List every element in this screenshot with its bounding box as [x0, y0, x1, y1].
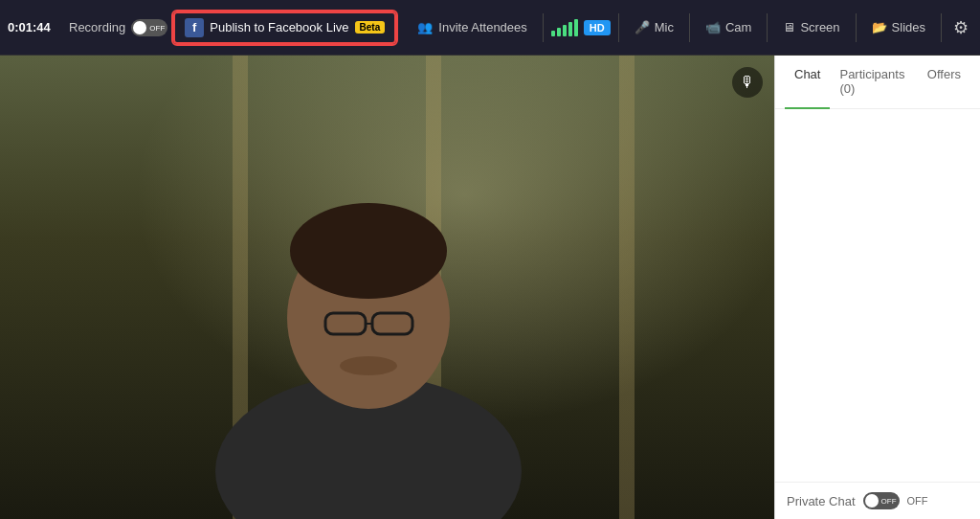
mic-label: Mic: [655, 20, 674, 34]
tab-chat-label: Chat: [794, 67, 820, 81]
tab-offers-label: Offers: [927, 67, 961, 81]
chat-content: [775, 109, 980, 482]
private-chat-toggle[interactable]: [863, 492, 900, 509]
beta-badge: Beta: [355, 21, 386, 34]
timer: 0:01:44: [8, 20, 63, 34]
screen-button[interactable]: 🖥 Screen: [775, 16, 847, 38]
svg-point-7: [340, 356, 397, 375]
panel-tabs: Chat Participants (0) Offers: [775, 56, 980, 109]
main-content: 🎙 Chat Participants (0) Offers Private C…: [0, 56, 980, 519]
tab-participants[interactable]: Participants (0): [830, 56, 917, 109]
cam-icon: 📹: [705, 20, 721, 34]
person-silhouette: [177, 117, 560, 519]
screen-label: Screen: [800, 20, 839, 34]
cam-label: Cam: [725, 20, 751, 34]
invite-icon: 👥: [417, 20, 433, 34]
invite-label: Invite Attendees: [438, 20, 527, 34]
cam-button[interactable]: 📹 Cam: [698, 16, 759, 38]
invite-attendees-button[interactable]: 👥 Invite Attendees: [410, 16, 535, 38]
hd-badge: HD: [584, 20, 611, 35]
recording-toggle-switch[interactable]: [131, 19, 167, 36]
slides-button[interactable]: 📂 Slides: [864, 16, 933, 38]
tab-participants-label: Participants (0): [839, 67, 904, 96]
svg-point-3: [290, 203, 447, 299]
private-chat-state: OFF: [907, 495, 928, 507]
screen-icon: 🖥: [783, 20, 795, 34]
mic-indicator: 🎙: [732, 67, 763, 98]
facebook-live-button[interactable]: f Publish to Facebook Live Beta: [173, 11, 396, 44]
recording-toggle[interactable]: Recording: [69, 19, 167, 36]
slides-label: Slides: [892, 20, 925, 34]
settings-icon: ⚙: [953, 18, 969, 37]
settings-button[interactable]: ⚙: [949, 13, 972, 42]
divider-4: [767, 13, 768, 42]
facebook-live-label: Publish to Facebook Live: [210, 20, 348, 34]
tab-chat[interactable]: Chat: [785, 56, 830, 109]
divider-6: [941, 13, 942, 42]
tab-offers[interactable]: Offers: [918, 56, 970, 109]
signal-strength-icon: [551, 19, 578, 36]
recording-label: Recording: [69, 20, 125, 34]
divider-1: [543, 13, 544, 42]
panel-footer: Private Chat OFF: [775, 482, 980, 519]
mic-icon: 🎤: [635, 20, 650, 34]
slides-icon: 📂: [872, 20, 887, 34]
divider-3: [689, 13, 690, 42]
private-chat-label: Private Chat: [787, 494, 856, 508]
toolbar: 0:01:44 Recording f Publish to Facebook …: [0, 0, 980, 56]
divider-2: [618, 13, 619, 42]
mic-button[interactable]: 🎤 Mic: [627, 16, 681, 38]
facebook-icon: f: [185, 18, 204, 37]
mic-status-icon: 🎙: [740, 74, 755, 91]
video-area: 🎙: [0, 56, 774, 519]
right-panel: Chat Participants (0) Offers Private Cha…: [774, 56, 980, 519]
divider-5: [856, 13, 857, 42]
